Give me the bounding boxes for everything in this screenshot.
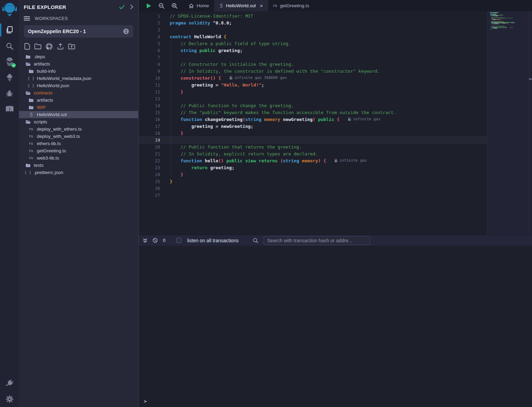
terminal-toolbar: 0 listen on all transactions xyxy=(139,235,532,246)
gas-estimate-widget[interactable]: infinite gas 368600 gas xyxy=(229,75,287,80)
file-tree-item-contracts[interactable]: contracts xyxy=(19,89,138,96)
file-label: HelloWorld.json xyxy=(37,83,69,88)
typescript-file-icon: TS xyxy=(29,149,33,153)
line-number: 8 xyxy=(139,62,160,67)
line-number: 14 xyxy=(139,103,160,108)
terminal-output[interactable]: > xyxy=(139,246,532,407)
new-folder-button[interactable] xyxy=(34,43,41,49)
zoom-out-button[interactable] xyxy=(158,3,165,9)
sidebar-item-file-explorer[interactable] xyxy=(0,22,19,38)
code-line-24: 24 } xyxy=(139,171,487,178)
menu-icon[interactable] xyxy=(24,16,30,21)
new-file-button[interactable] xyxy=(24,43,30,50)
workspace-select[interactable]: OpenZeppelin ERC20 - 1 xyxy=(24,25,133,38)
sidebar-item-debugger[interactable] xyxy=(0,85,19,101)
line-number: 18 xyxy=(139,131,160,136)
tab-getgreeting-ts[interactable]: TSgetGreeting.ts xyxy=(268,0,314,11)
file-label: artifacts xyxy=(34,61,50,67)
file-tree-item-helloworld-json[interactable]: { }HelloWorld.json xyxy=(19,82,138,89)
editor-scrollbar[interactable] xyxy=(529,11,532,235)
upload-file-button[interactable] xyxy=(57,43,64,50)
file-tree-item-helloworld-sol[interactable]: HelloWorld.sol xyxy=(19,111,138,118)
file-tree-item-deploy-with-ethers-ts[interactable]: TSdeploy_with_ethers.ts xyxy=(19,125,138,133)
file-label: getGreeting.ts xyxy=(37,148,66,153)
typescript-file-icon: TS xyxy=(29,142,33,145)
line-number: 1 xyxy=(139,13,160,19)
compile-success-badge xyxy=(11,63,16,68)
listen-transactions-checkbox[interactable] xyxy=(176,238,181,243)
minimap[interactable] xyxy=(490,12,515,32)
code-line-21: 21 // In Solidity, explicit return types… xyxy=(139,150,487,157)
solidity-file-icon xyxy=(219,3,223,8)
scrollbar-thumb[interactable] xyxy=(529,78,532,80)
gas-estimate-widget[interactable]: infinite gas xyxy=(348,117,380,121)
code-line-18: 18 } xyxy=(139,130,487,136)
sidebar-item-deploy-run[interactable] xyxy=(0,70,19,85)
file-tree-item-ethers-lib-ts[interactable]: TSethers-lib.ts xyxy=(19,140,138,147)
code-line-4: 4contract HelloWorld { xyxy=(139,33,487,40)
code-line-27: 27 xyxy=(139,192,487,199)
folder-icon xyxy=(25,163,30,167)
upload-folder-button[interactable] xyxy=(68,43,75,49)
code-line-12: 12 } xyxy=(139,88,487,95)
file-label: contracts xyxy=(34,90,53,95)
line-number: 11 xyxy=(139,82,160,88)
tab-helloworld-sol[interactable]: HelloWorld.sol× xyxy=(214,0,268,11)
file-tree-item-artifacts[interactable]: artifacts xyxy=(19,60,138,68)
code-line-20: 20 // Public function that returns the g… xyxy=(139,143,487,150)
file-tree-item-tests[interactable]: tests xyxy=(19,162,138,169)
file-tree-item-artifacts[interactable]: artifacts xyxy=(19,96,138,104)
file-tree-item--deps[interactable]: .deps xyxy=(19,53,138,60)
clear-console-icon[interactable] xyxy=(153,238,158,243)
gas-pump-icon xyxy=(334,159,338,162)
json-file-icon: { } xyxy=(28,76,34,81)
gas-estimate-widget[interactable]: infinite gas xyxy=(334,158,367,163)
tab-home[interactable]: Home xyxy=(184,0,214,11)
file-tree-item-getgreeting-ts[interactable]: TSgetGreeting.ts xyxy=(19,147,138,154)
code-line-2: 2pragma solidity ^0.8.0; xyxy=(139,19,487,26)
tab-label: getGreeting.ts xyxy=(280,3,309,8)
sidebar-item-learneth[interactable] xyxy=(0,101,19,117)
code-line-14: 14 // Public function to change the gree… xyxy=(139,102,487,109)
file-tree: .depsartifactsbuild-info{ }HelloWorld_me… xyxy=(19,53,138,176)
typescript-file-icon: TS xyxy=(273,4,278,8)
file-tree-item-build-info[interactable]: build-info xyxy=(19,68,138,75)
json-file-icon: { } xyxy=(28,83,34,88)
typescript-file-icon: TS xyxy=(29,135,33,138)
file-tree-item-deploy-with-web3-ts[interactable]: TSdeploy_with_web3.ts xyxy=(19,133,138,140)
file-label: deploy_with_web3.ts xyxy=(37,134,80,139)
zoom-in-button[interactable] xyxy=(171,3,178,9)
code-editor[interactable]: 1// SPDX-License-Identifier: MIT2pragma … xyxy=(139,11,532,235)
file-tree-item--prettierrc-json[interactable]: { }.prettierrc.json xyxy=(19,169,138,176)
code-line-6: 6 string public greeting; xyxy=(139,47,487,54)
line-number: 17 xyxy=(139,124,160,129)
line-number: 24 xyxy=(139,172,160,177)
line-number: 25 xyxy=(139,179,160,184)
file-label: build-info xyxy=(37,69,56,74)
activity-bar xyxy=(0,0,19,407)
sidebar-item-search[interactable] xyxy=(0,38,19,54)
close-tab-icon[interactable]: × xyxy=(260,3,263,8)
terminal-search-input[interactable] xyxy=(263,236,370,245)
file-tree-item-web3-lib-ts[interactable]: TSweb3-lib.ts xyxy=(19,154,138,162)
file-label: .prettierrc.json xyxy=(34,170,63,175)
code-line-10: 10 constructor() {infinite gas 368600 ga… xyxy=(139,74,487,81)
solidity-file-icon xyxy=(29,112,33,117)
run-script-button[interactable] xyxy=(146,3,152,9)
chevron-right-icon[interactable] xyxy=(130,4,133,9)
file-tree-item-wip[interactable]: WIP xyxy=(19,104,138,111)
folder-icon xyxy=(29,69,33,73)
expand-terminal-icon[interactable] xyxy=(143,238,147,243)
file-tree-item-scripts[interactable]: scripts xyxy=(19,118,138,125)
line-number: 4 xyxy=(139,34,160,39)
settings-button[interactable] xyxy=(0,391,19,407)
plugin-manager-button[interactable] xyxy=(0,375,19,391)
line-number: 20 xyxy=(139,144,160,150)
folder-icon xyxy=(25,55,30,59)
sort-toggle-icon[interactable] xyxy=(123,28,129,34)
code-line-8: 8 // Constructor to initialize the greet… xyxy=(139,61,487,68)
file-tree-item-helloworld-metadata-json[interactable]: { }HelloWorld_metadata.json xyxy=(19,75,138,82)
line-number: 10 xyxy=(139,75,160,81)
sidebar-item-solidity-compiler[interactable] xyxy=(0,54,19,70)
github-clone-button[interactable] xyxy=(46,43,53,50)
